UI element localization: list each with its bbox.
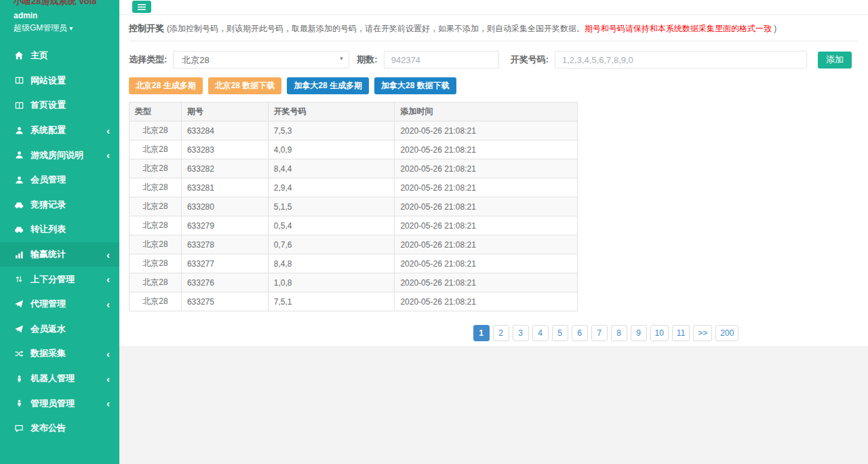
divider	[129, 41, 859, 41]
page-notice: 控制开奖(添加控制号码，则该期开此号码，取最新添加的号码，请在开奖前设置好，如果…	[129, 23, 859, 34]
username: admin	[14, 11, 110, 20]
page-button-5[interactable]: 5	[552, 325, 568, 341]
user-icon	[14, 151, 24, 159]
sidebar-item-home[interactable]: 主页	[0, 43, 119, 69]
page-button-6[interactable]: 6	[572, 325, 588, 341]
sidebar-item-robot-management[interactable]: 机器人管理 ‹	[0, 366, 119, 391]
user-icon	[14, 176, 24, 185]
top-navbar	[119, 0, 868, 15]
chevron-left-icon: ‹	[106, 299, 110, 309]
sidebar-item-homepage-settings[interactable]: 首页设置	[0, 93, 119, 118]
sidebar-item-system-config[interactable]: 系统配置 ‹	[0, 118, 119, 143]
ca28-download-button[interactable]: 加拿大28 数据下载	[374, 77, 456, 94]
table-row: 北京286332757,5,12020-05-26 21:08:21	[130, 292, 578, 311]
chevron-left-icon: ‹	[106, 250, 110, 260]
table-row: 北京286332805,1,52020-05-26 21:08:21	[130, 197, 578, 216]
chevron-left-icon: ‹	[106, 374, 110, 384]
page-button-9[interactable]: 9	[631, 325, 647, 341]
paper-plane-icon	[14, 299, 24, 309]
type-select[interactable]: 北京28	[173, 51, 349, 69]
table-row: 北京286332780,7,62020-05-26 21:08:21	[130, 235, 578, 254]
robot-icon	[14, 399, 24, 408]
ca28-generate-button[interactable]: 加拿大28 生成多期	[287, 77, 369, 94]
sidebar-item-data-collection[interactable]: 数据采集 ‹	[0, 341, 119, 366]
chevron-left-icon: ‹	[106, 398, 110, 408]
action-buttons: 北京28 生成多期 北京28 数据下载 加拿大28 生成多期 加拿大28 数据下…	[129, 77, 859, 94]
table-row: 北京286332828,4,42020-05-26 21:08:21	[130, 159, 578, 178]
code-label: 开奖号码:	[511, 54, 549, 66]
comment-icon	[14, 424, 24, 433]
notice-warning-text: 期号和号码请保持和本系统数据采集里面的格式一致	[585, 24, 772, 33]
bj28-generate-button[interactable]: 北京28 生成多期	[129, 77, 203, 94]
page-last-button[interactable]: 200	[715, 325, 738, 341]
sidebar-toggle-button[interactable]	[132, 1, 151, 13]
page-button-2[interactable]: 2	[493, 325, 509, 341]
sidebar: 小喵28游戏系统 Vol8 admin 超级GM管理员▾ 主页 网站设置 首页设…	[0, 0, 119, 464]
draw-results-table: 类型 期号 开奖号码 添加时间 北京286332847,5,32020-05-2…	[129, 102, 578, 311]
col-header-code: 开奖号码	[268, 102, 395, 121]
main-content: 控制开奖(添加控制号码，则该期开此号码，取最新添加的号码，请在开奖前设置好，如果…	[119, 0, 868, 464]
content-panel: 控制开奖(添加控制号码，则该期开此号码，取最新添加的号码，请在开奖前设置好，如果…	[119, 15, 868, 346]
table-row: 北京286332761,0,82020-05-26 21:08:21	[130, 273, 578, 292]
issue-label: 期数:	[357, 54, 377, 66]
issue-input[interactable]	[384, 51, 499, 69]
pagination: 1 2 3 4 5 6 7 8 9 10 11 >> 200	[471, 325, 859, 341]
chevron-left-icon: ‹	[106, 150, 110, 160]
col-header-type: 类型	[130, 102, 182, 121]
sidebar-item-transfer-list[interactable]: 转让列表	[0, 217, 119, 242]
sidebar-item-bet-records[interactable]: 竞猜记录	[0, 193, 119, 218]
code-input[interactable]	[555, 51, 807, 69]
page-button-7[interactable]: 7	[591, 325, 608, 341]
role-dropdown[interactable]: 超级GM管理员▾	[14, 22, 110, 34]
chevron-left-icon: ‹	[106, 274, 110, 284]
columns-icon	[14, 101, 24, 110]
page-next-button[interactable]: >>	[693, 325, 712, 341]
draw-control-form: 选择类型: 北京28 ▼ 期数: 开奖号码: 添加	[129, 51, 859, 69]
add-button[interactable]: 添加	[818, 52, 852, 69]
sidebar-item-site-settings[interactable]: 网站设置	[0, 69, 119, 94]
car-icon	[14, 200, 24, 210]
shuffle-icon	[14, 349, 24, 358]
user-icon	[14, 126, 24, 135]
chevron-left-icon: ‹	[106, 125, 110, 136]
sidebar-item-points-management[interactable]: 上下分管理 ‹	[0, 267, 119, 292]
table-row: 北京286332812,9,42020-05-26 21:08:21	[130, 178, 578, 197]
car-icon	[14, 225, 24, 234]
sidebar-item-member-rebate[interactable]: 会员返水	[0, 317, 119, 342]
columns-icon	[14, 76, 24, 85]
sidebar-header: 小喵28游戏系统 Vol8 admin 超级GM管理员▾	[0, 0, 119, 38]
table-row: 北京286332847,5,32020-05-26 21:08:21	[130, 121, 578, 140]
sidebar-item-win-loss-stats[interactable]: 输赢统计 ‹	[0, 242, 119, 267]
page-button-10[interactable]: 10	[650, 325, 669, 341]
table-row: 北京286332790,5,42020-05-26 21:08:21	[130, 216, 578, 235]
page-button-3[interactable]: 3	[513, 325, 529, 341]
col-header-issue: 期号	[181, 102, 268, 121]
page-title: 控制开奖	[129, 23, 164, 33]
table-header-row: 类型 期号 开奖号码 添加时间	[130, 102, 578, 121]
page-button-1[interactable]: 1	[473, 325, 490, 341]
chevron-left-icon: ‹	[106, 349, 110, 359]
bar-chart-icon	[14, 250, 24, 259]
robot-icon	[14, 374, 24, 383]
app-title: 小喵28游戏系统 Vol8	[14, 0, 110, 7]
sidebar-item-admin-management[interactable]: 管理员管理 ‹	[0, 391, 119, 416]
sidebar-item-agent-management[interactable]: 代理管理 ‹	[0, 292, 119, 317]
menu-icon	[138, 2, 146, 12]
paper-plane-icon	[14, 324, 24, 334]
page-button-11[interactable]: 11	[672, 325, 690, 341]
sidebar-item-member-management[interactable]: 会员管理	[0, 168, 119, 193]
sidebar-nav: 主页 网站设置 首页设置 系统配置 ‹ 游戏房间说明 ‹ 会员管理 竞猜记录	[0, 43, 119, 441]
sidebar-item-game-room-info[interactable]: 游戏房间说明 ‹	[0, 142, 119, 168]
caret-down-icon: ▾	[69, 24, 73, 32]
sidebar-item-publish-announcement[interactable]: 发布公告	[0, 416, 119, 441]
home-icon	[14, 51, 24, 60]
page-button-4[interactable]: 4	[532, 325, 549, 341]
table-row: 北京286332834,0,92020-05-26 21:08:21	[130, 140, 578, 159]
sort-arrows-icon	[14, 275, 24, 284]
bj28-download-button[interactable]: 北京28 数据下载	[208, 77, 282, 94]
col-header-time: 添加时间	[395, 102, 578, 121]
type-label: 选择类型:	[129, 54, 167, 66]
page-button-8[interactable]: 8	[611, 325, 627, 341]
table-row: 北京286332778,4,82020-05-26 21:08:21	[130, 254, 578, 273]
